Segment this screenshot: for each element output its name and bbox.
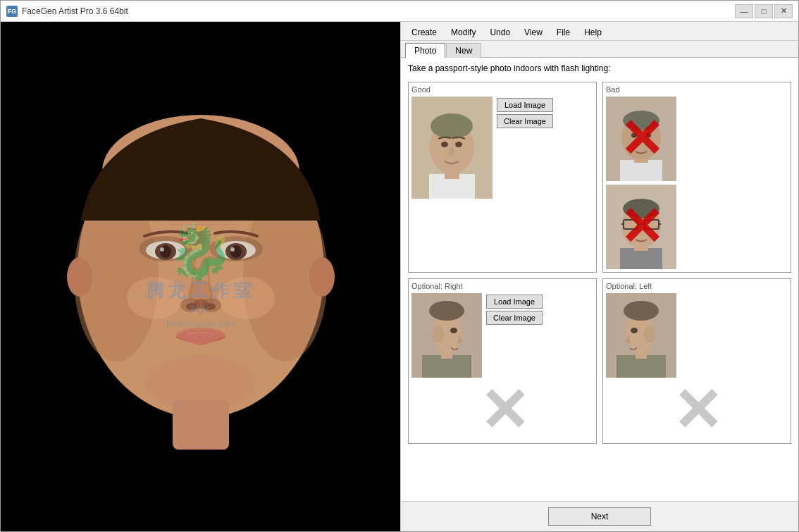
good-label: Good: [411, 85, 593, 94]
svg-point-59: [631, 328, 638, 333]
tab-bar: Photo New: [401, 41, 798, 57]
menu-create[interactable]: Create: [405, 25, 443, 40]
svg-point-25: [67, 257, 92, 297]
bad-photo-1-x: ✕: [606, 97, 676, 181]
svg-point-6: [218, 277, 275, 319]
tab-new[interactable]: New: [446, 43, 481, 58]
svg-point-12: [160, 245, 171, 258]
bottom-bar: Next: [401, 501, 798, 531]
svg-point-52: [429, 301, 464, 321]
svg-point-16: [230, 247, 235, 252]
face-3d-view: [39, 80, 363, 474]
bad-photos: ✕: [606, 97, 788, 269]
optional-right-x-area: ✕: [411, 381, 593, 440]
photo-grid-top: Good: [408, 82, 791, 273]
menu-modify[interactable]: Modify: [445, 25, 482, 40]
menu-bar: Create Modify Undo View File Help: [401, 22, 798, 41]
optional-right-buttons: Load Image Clear Image: [486, 293, 543, 325]
tab-photo[interactable]: Photo: [405, 43, 445, 58]
maximize-button[interactable]: □: [755, 4, 773, 18]
good-load-button[interactable]: Load Image: [497, 98, 553, 112]
optional-left-photo: [606, 293, 676, 378]
menu-undo[interactable]: Undo: [483, 25, 516, 40]
right-content: Take a passport-style photo indoors with…: [401, 57, 798, 501]
good-photo-area: Load Image Clear Image: [411, 97, 593, 199]
main-window: FG FaceGen Artist Pro 3.6 64bit — □ ✕: [0, 0, 799, 532]
window-controls: — □ ✕: [735, 4, 793, 18]
instruction-text: Take a passport-style photo indoors with…: [408, 63, 791, 73]
right-panel: Create Modify Undo View File Help Photo …: [400, 22, 798, 531]
menu-help[interactable]: Help: [578, 25, 608, 40]
svg-point-60: [644, 326, 655, 342]
menu-file[interactable]: File: [550, 25, 576, 40]
svg-point-26: [309, 257, 335, 297]
good-buttons: Load Image Clear Image: [497, 97, 553, 128]
left-panel: 🐉 腾龙工作室 网站 Tenlonstudio.com: [1, 22, 400, 531]
app-icon: FG: [6, 6, 18, 17]
good-photo-image: [411, 97, 493, 199]
svg-point-58: [624, 301, 659, 321]
svg-point-53: [450, 328, 457, 333]
svg-point-33: [441, 142, 448, 147]
svg-point-13: [160, 247, 164, 252]
svg-point-34: [455, 142, 462, 147]
bad-section: Bad: [602, 82, 791, 273]
optional-right-photo-area: Load Image Clear Image: [411, 293, 593, 378]
svg-point-32: [431, 113, 473, 139]
content-area: 🐉 腾龙工作室 网站 Tenlonstudio.com Create Modif…: [1, 22, 798, 531]
svg-point-54: [433, 326, 444, 342]
svg-point-15: [230, 245, 242, 258]
optional-left-x-mark: ✕: [672, 381, 722, 440]
good-section: Good: [408, 82, 597, 273]
optional-right-photo: [411, 293, 482, 378]
bad-photo-2-x: ✕: [606, 185, 676, 269]
optional-left-x-area: ✕: [606, 381, 788, 440]
title-bar-left: FG FaceGen Artist Pro 3.6 64bit: [6, 6, 128, 17]
minimize-button[interactable]: —: [735, 4, 753, 18]
photo-grid-bottom: Optional: Right: [408, 278, 791, 444]
bad-label: Bad: [606, 85, 788, 94]
optional-left-label: Optional: Left: [606, 282, 788, 290]
window-title: FaceGen Artist Pro 3.6 64bit: [22, 6, 128, 16]
svg-point-22: [204, 303, 216, 310]
menu-view[interactable]: View: [518, 25, 549, 40]
optional-right-load-button[interactable]: Load Image: [486, 295, 543, 309]
optional-left-section: Optional: Left: [602, 278, 791, 444]
bad-photo-2: ✕: [606, 185, 676, 269]
close-button[interactable]: ✕: [774, 4, 793, 18]
svg-point-21: [186, 303, 197, 310]
optional-right-label: Optional: Right: [411, 282, 593, 290]
bad-photo-1: ✕: [606, 97, 676, 181]
svg-point-5: [127, 277, 183, 319]
face-canvas: 🐉 腾龙工作室 网站 Tenlonstudio.com: [1, 22, 400, 531]
next-button[interactable]: Next: [548, 507, 652, 526]
svg-rect-27: [173, 400, 229, 450]
optional-right-section: Optional: Right: [408, 278, 597, 444]
optional-right-clear-button[interactable]: Clear Image: [486, 311, 543, 325]
title-bar: FG FaceGen Artist Pro 3.6 64bit — □ ✕: [1, 1, 798, 22]
optional-right-x-mark: ✕: [479, 381, 529, 440]
good-clear-button[interactable]: Clear Image: [497, 114, 553, 128]
